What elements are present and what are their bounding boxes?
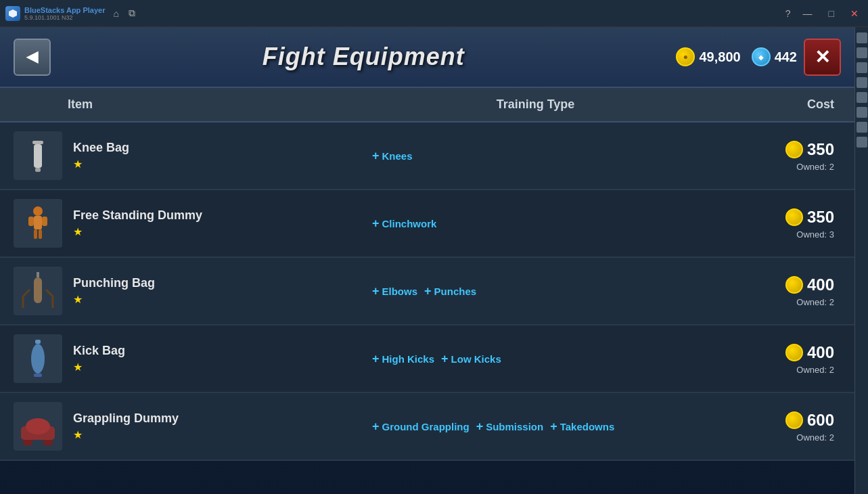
table-row[interactable]: Punching Bag ★ + Elbows + Punches 400 Ow… xyxy=(0,258,854,325)
svg-rect-3 xyxy=(35,168,41,172)
window-controls: ? — □ ✕ xyxy=(785,7,863,20)
gem-icon: ◆ xyxy=(752,47,771,66)
item-name-knee-bag: Knee Bag xyxy=(73,141,129,155)
table-row[interactable]: Kick Bag ★ + High Kicks + Low Kicks 400 … xyxy=(0,325,854,393)
close-button[interactable]: ✕ xyxy=(846,7,863,20)
punching-bag-icon xyxy=(14,267,62,315)
tag-elbows: + Elbows xyxy=(372,284,417,298)
sidebar-icon-3[interactable] xyxy=(856,62,867,73)
svg-line-13 xyxy=(46,290,53,296)
item-name-dummy: Free Standing Dummy xyxy=(73,208,202,223)
title-bar: BlueStacks App Player 5.9.101.1001 N32 ⌂… xyxy=(0,0,868,27)
cost-amount-punching-bag: 400 xyxy=(785,275,834,294)
coins-display: ● 49,800 xyxy=(676,47,740,66)
page-title: Fight Equipment xyxy=(51,43,676,71)
svg-rect-1 xyxy=(32,141,43,144)
cost-cell-grappling-dummy: 600 Owned: 2 xyxy=(706,411,841,443)
cost-cell-dummy: 350 Owned: 3 xyxy=(706,208,841,240)
sidebar-icon-6[interactable] xyxy=(856,107,867,118)
training-types-grappling-dummy: + Ground Grappling + Submission + Takedo… xyxy=(365,420,706,434)
svg-point-17 xyxy=(31,344,45,374)
help-icon[interactable]: ? xyxy=(785,8,791,19)
item-cell-grappling-dummy: Grappling Dummy ★ xyxy=(14,394,365,459)
item-stars-dummy: ★ xyxy=(73,225,202,238)
svg-rect-2 xyxy=(34,144,42,168)
svg-rect-16 xyxy=(35,340,41,344)
tag-clinchwork: + Clinchwork xyxy=(372,217,436,231)
tag-high-kicks: + High Kicks xyxy=(372,352,434,366)
item-stars-grappling-dummy: ★ xyxy=(73,428,179,441)
training-types-dummy: + Clinchwork xyxy=(365,217,706,231)
column-headers: Item Training Type Cost xyxy=(0,88,854,122)
svg-rect-23 xyxy=(43,440,53,445)
col-training-type: Training Type xyxy=(365,88,706,121)
table-row[interactable]: Grappling Dummy ★ + Ground Grappling + S… xyxy=(0,393,854,461)
svg-line-12 xyxy=(23,290,30,296)
tag-knees: + Knees xyxy=(372,149,413,163)
sidebar-icon-4[interactable] xyxy=(856,77,867,88)
training-types-kick-bag: + High Kicks + Low Kicks xyxy=(365,352,706,366)
sidebar-icon-7[interactable] xyxy=(856,122,867,133)
owned-kick-bag: Owned: 2 xyxy=(796,365,834,375)
svg-rect-10 xyxy=(37,272,39,277)
coin-icon: ● xyxy=(676,47,695,66)
cost-amount-grappling-dummy: 600 xyxy=(785,411,834,430)
dummy-icon xyxy=(14,199,62,248)
item-name-kick-bag: Kick Bag xyxy=(73,344,125,358)
svg-rect-9 xyxy=(39,229,42,239)
item-stars-punching-bag: ★ xyxy=(73,293,155,306)
sidebar-icon-1[interactable] xyxy=(856,32,867,43)
maximize-button[interactable]: □ xyxy=(825,7,838,20)
tag-ground-grappling: + Ground Grappling xyxy=(372,420,470,434)
training-types-punching-bag: + Elbows + Punches xyxy=(365,284,706,298)
home-icon[interactable]: ⌂ xyxy=(113,8,118,19)
svg-rect-8 xyxy=(34,229,37,239)
item-cell-punching-bag: Punching Bag ★ xyxy=(14,259,365,323)
cost-cell-kick-bag: 400 Owned: 2 xyxy=(706,343,841,375)
sidebar-icon-5[interactable] xyxy=(856,92,867,103)
cost-coin-icon xyxy=(785,411,803,429)
gems-value: 442 xyxy=(775,49,797,65)
app-logo: BlueStacks App Player 5.9.101.1001 N32 xyxy=(5,6,105,21)
kick-bag-icon xyxy=(14,334,62,383)
sidebar-icon-8[interactable] xyxy=(856,137,867,148)
app-version: 5.9.101.1001 N32 xyxy=(24,14,105,21)
tag-low-kicks: + Low Kicks xyxy=(441,352,501,366)
item-info-grappling-dummy: Grappling Dummy ★ xyxy=(73,411,179,441)
item-name-grappling-dummy: Grappling Dummy xyxy=(73,411,179,426)
svg-rect-6 xyxy=(28,217,34,226)
svg-rect-7 xyxy=(42,217,47,226)
item-info-punching-bag: Punching Bag ★ xyxy=(73,276,155,306)
knee-bag-icon xyxy=(14,131,62,180)
svg-marker-0 xyxy=(9,9,17,18)
app-name: BlueStacks App Player xyxy=(24,6,105,14)
close-button[interactable]: ✕ xyxy=(804,39,841,76)
item-info-kick-bag: Kick Bag ★ xyxy=(73,344,125,374)
owned-grappling-dummy: Owned: 2 xyxy=(796,432,834,443)
owned-punching-bag: Owned: 2 xyxy=(796,297,834,307)
minimize-button[interactable]: — xyxy=(799,7,817,20)
tag-submission: + Submission xyxy=(476,420,544,434)
coins-value: 49,800 xyxy=(699,49,740,65)
back-button[interactable]: ◀ xyxy=(14,39,51,76)
layers-icon[interactable]: ⧉ xyxy=(129,7,135,19)
col-item: Item xyxy=(14,88,365,121)
page-header: ◀ Fight Equipment ● 49,800 ◆ 442 ✕ xyxy=(0,27,854,88)
cost-amount-kick-bag: 400 xyxy=(785,343,834,362)
svg-point-4 xyxy=(33,206,43,216)
svg-rect-5 xyxy=(34,216,42,229)
cost-coin-icon xyxy=(785,141,803,158)
item-name-punching-bag: Punching Bag xyxy=(73,276,155,290)
table-row[interactable]: Knee Bag ★ + Knees 350 Owned: 2 xyxy=(0,122,854,190)
item-stars-kick-bag: ★ xyxy=(73,361,125,374)
sidebar-icon-2[interactable] xyxy=(856,47,867,58)
svg-rect-22 xyxy=(23,440,32,445)
table-row[interactable]: Free Standing Dummy ★ + Clinchwork 350 O… xyxy=(0,190,854,258)
item-cell-knee-bag: Knee Bag ★ xyxy=(14,123,365,188)
item-info-knee-bag: Knee Bag ★ xyxy=(73,141,129,171)
cost-coin-icon xyxy=(785,276,803,294)
currency-area: ● 49,800 ◆ 442 xyxy=(676,47,797,66)
item-stars-knee-bag: ★ xyxy=(73,158,129,171)
tag-takedowns: + Takedowns xyxy=(550,420,614,434)
col-cost: Cost xyxy=(706,88,841,121)
